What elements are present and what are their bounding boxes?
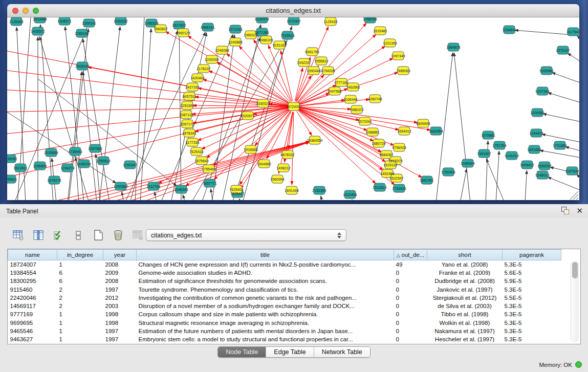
network-view[interactable]: 2126065191398814055721405571226914122691… — [7, 17, 579, 200]
cell-title[interactable]: Tourette syndrome. Phenomenology and cla… — [137, 285, 394, 293]
cell-name[interactable]: 9465546 — [8, 327, 57, 335]
column-header-year[interactable]: year — [103, 250, 137, 260]
memory-widget[interactable]: Memory: OK — [539, 361, 582, 368]
cell-short[interactable]: Dudbridge et al. (2008) — [427, 277, 503, 285]
cell-name[interactable]: 19384554 — [8, 269, 57, 277]
cell-title[interactable]: Investigating the contribution of common… — [137, 294, 394, 302]
tab-edge-table[interactable]: Edge Table — [266, 347, 314, 357]
cell-name[interactable]: 22420046 — [8, 294, 57, 302]
cell-out_degree[interactable]: 0 — [394, 310, 427, 318]
cell-in_degree[interactable]: 1 — [57, 260, 103, 269]
cell-in_degree[interactable]: 6 — [57, 269, 103, 277]
column-header-out_degree[interactable]: △out_de... — [394, 250, 427, 260]
cell-year[interactable]: 2009 — [103, 269, 137, 277]
cell-pagerank[interactable]: 5.3E-5 — [503, 310, 561, 318]
row-options-icon[interactable] — [71, 228, 85, 243]
vertical-scrollbar[interactable] — [571, 261, 579, 342]
cell-year[interactable]: 1997 — [103, 327, 137, 335]
cell-year[interactable]: 2008 — [103, 260, 137, 269]
close-panel-icon[interactable]: ✕ — [576, 207, 583, 214]
cell-pagerank[interactable]: 5.3E-5 — [503, 335, 561, 343]
table-row[interactable]: 2242004622012Investigating the contribut… — [8, 294, 561, 302]
cell-year[interactable]: 2012 — [103, 294, 137, 302]
close-window-button[interactable] — [12, 8, 18, 14]
cell-out_degree[interactable]: 0 — [394, 285, 427, 293]
resize-grip-icon[interactable] — [573, 194, 578, 200]
cell-year[interactable]: 1998 — [103, 310, 137, 318]
column-header-short[interactable]: short — [427, 250, 503, 260]
cell-in_degree[interactable]: 2 — [57, 302, 103, 310]
cell-title[interactable]: Estimation of the future numbers of pati… — [137, 327, 394, 335]
cell-year[interactable]: 2003 — [103, 302, 137, 310]
cell-year[interactable]: 1998 — [103, 319, 137, 327]
cell-in_degree[interactable]: 1 — [57, 327, 103, 335]
cell-in_degree[interactable]: 2 — [57, 285, 103, 293]
cell-short[interactable]: Stergiakouli et al. (2012) — [427, 294, 503, 302]
table-mode-icon[interactable] — [11, 228, 26, 243]
cell-pagerank[interactable]: 5.3E-5 — [503, 302, 561, 310]
table-row[interactable]: 1872400712008Changes of HCN gene express… — [8, 260, 561, 269]
cell-out_degree[interactable]: 0 — [394, 302, 427, 310]
select-columns-icon[interactable] — [51, 228, 66, 243]
cell-title[interactable]: Structural magnetic resonance image aver… — [137, 319, 394, 327]
minimize-window-button[interactable] — [23, 8, 29, 14]
cell-in_degree[interactable]: 1 — [57, 310, 103, 318]
delete-rows-icon[interactable] — [111, 228, 125, 243]
cell-short[interactable]: Hescheler et al. (1997) — [427, 335, 503, 343]
cell-short[interactable]: Jankovic et al. (1997) — [427, 285, 503, 293]
network-canvas[interactable]: 2126065191398814055721405571226914122691… — [7, 17, 579, 200]
table-row[interactable]: 977716911998Corpus callosum shape and si… — [8, 310, 561, 318]
cell-name[interactable]: 9699695 — [8, 319, 57, 327]
zoom-window-button[interactable] — [33, 8, 39, 14]
cell-title[interactable]: Genome-wide association studies in ADHD. — [137, 269, 394, 277]
cell-name[interactable]: 14569117 — [8, 302, 57, 310]
tab-node-table[interactable]: Node Table — [218, 347, 266, 357]
cell-out_degree[interactable]: 0 — [394, 327, 427, 335]
cell-name[interactable]: 9463627 — [8, 335, 57, 343]
cell-short[interactable]: de Silva et al. (2003) — [427, 302, 503, 310]
show-columns-icon[interactable] — [31, 228, 46, 243]
table-row[interactable]: 946554611997Estimation of the future num… — [8, 327, 561, 335]
cell-short[interactable]: Franke et al. (2009) — [427, 269, 503, 277]
cell-pagerank[interactable]: 5.6E-5 — [503, 269, 561, 277]
cell-in_degree[interactable]: 1 — [57, 319, 103, 327]
column-header-in_degree[interactable]: in_degree — [57, 250, 103, 260]
cell-in_degree[interactable]: 6 — [57, 277, 103, 285]
scrollbar-thumb[interactable] — [572, 262, 578, 278]
cell-title[interactable]: Estimation of significance thresholds fo… — [137, 277, 394, 285]
cell-pagerank[interactable]: 5.3E-5 — [503, 327, 561, 335]
new-table-icon[interactable] — [91, 228, 105, 243]
cell-out_degree[interactable]: 0 — [394, 269, 427, 277]
cell-name[interactable]: 9115460 — [8, 285, 57, 293]
cell-short[interactable]: Wolkin et al. (1998) — [427, 319, 503, 327]
cell-out_degree[interactable]: 0 — [394, 319, 427, 327]
cell-out_degree[interactable]: 0 — [394, 335, 427, 343]
column-header-title[interactable]: title — [137, 250, 394, 260]
table-row[interactable]: 1830029562008Estimation of significance … — [8, 277, 561, 285]
cell-title[interactable]: Changes of HCN gene expression and I(f) … — [137, 260, 394, 269]
cell-name[interactable]: 18724007 — [8, 260, 57, 269]
cell-in_degree[interactable]: 1 — [57, 335, 103, 343]
cell-pagerank[interactable]: 5.3E-5 — [503, 319, 561, 327]
cell-pagerank[interactable]: 5.9E-5 — [503, 277, 561, 285]
cell-name[interactable]: 9777169 — [8, 310, 57, 318]
table-selector-dropdown[interactable]: citations_edges.txt — [146, 229, 346, 241]
cell-year[interactable]: 2008 — [103, 277, 137, 285]
cell-pagerank[interactable]: 5.3E-5 — [503, 285, 561, 293]
tab-network-table[interactable]: Network Table — [314, 347, 370, 357]
cell-year[interactable]: 1997 — [103, 335, 137, 343]
cell-in_degree[interactable]: 2 — [57, 294, 103, 302]
column-header-pagerank[interactable]: pagerank — [503, 250, 561, 260]
table-row[interactable]: 969969511998Structural magnetic resonanc… — [8, 319, 561, 327]
table-row[interactable]: 911546021997Tourette syndrome. Phenomeno… — [8, 285, 561, 293]
cell-title[interactable]: Corpus callosum shape and size in male p… — [137, 310, 394, 318]
table-row[interactable]: 946362711997Embryonic stem cells: a mode… — [8, 335, 561, 343]
window-titlebar[interactable]: citations_edges.txt — [7, 4, 579, 17]
cell-short[interactable]: Yano et al. (2008) — [427, 260, 503, 269]
cell-out_degree[interactable]: 49 — [394, 260, 427, 269]
cell-short[interactable]: Tibbo et al. (1998) — [427, 310, 503, 318]
cell-pagerank[interactable]: 5.3E-5 — [503, 260, 561, 269]
resize-grip-icon[interactable] — [576, 198, 578, 200]
cell-name[interactable]: 18300295 — [8, 277, 57, 285]
column-header-name[interactable]: name — [8, 250, 57, 260]
